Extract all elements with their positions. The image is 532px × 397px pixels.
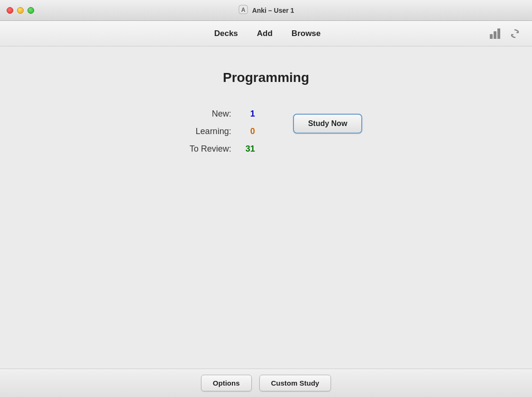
stats-icon [490, 28, 500, 39]
nav-add[interactable]: Add [257, 29, 273, 38]
main-content: Programming New: 1 Learning: 0 To Review… [0, 46, 532, 369]
toolbar-nav: Decks Add Browse [47, 29, 487, 38]
stats-button[interactable] [487, 26, 503, 41]
options-button[interactable]: Options [201, 375, 252, 391]
sync-button[interactable] [507, 26, 523, 41]
learning-label: Learning: [170, 126, 231, 136]
review-value: 31 [231, 144, 255, 154]
traffic-lights [7, 7, 34, 14]
nav-decks[interactable]: Decks [214, 29, 238, 38]
review-label: To Review: [170, 144, 231, 154]
maximize-button[interactable] [28, 7, 34, 14]
custom-study-button[interactable]: Custom Study [259, 375, 331, 391]
close-button[interactable] [7, 7, 13, 14]
learning-stat-row: Learning: 0 [170, 126, 255, 136]
learning-value: 0 [231, 126, 255, 136]
review-stat-row: To Review: 31 [170, 144, 255, 154]
bottom-bar: Options Custom Study [0, 369, 532, 397]
toolbar-actions [487, 26, 523, 41]
svg-text:A: A [241, 7, 245, 13]
new-label: New: [170, 109, 231, 119]
window-title: A Anki – User 1 [238, 4, 294, 16]
study-now-button[interactable]: Study Now [293, 114, 363, 134]
nav-browse[interactable]: Browse [292, 29, 321, 38]
stats-table: New: 1 Learning: 0 To Review: 31 [170, 109, 255, 154]
new-value: 1 [231, 109, 255, 119]
title-bar: A Anki – User 1 [0, 0, 532, 21]
new-stat-row: New: 1 [170, 109, 255, 119]
minimize-button[interactable] [17, 7, 24, 14]
stats-container: New: 1 Learning: 0 To Review: 31 Study N… [170, 109, 363, 154]
deck-title: Programming [223, 70, 309, 85]
anki-icon: A [238, 4, 248, 16]
sync-icon [510, 28, 520, 39]
toolbar: Decks Add Browse [0, 21, 532, 46]
